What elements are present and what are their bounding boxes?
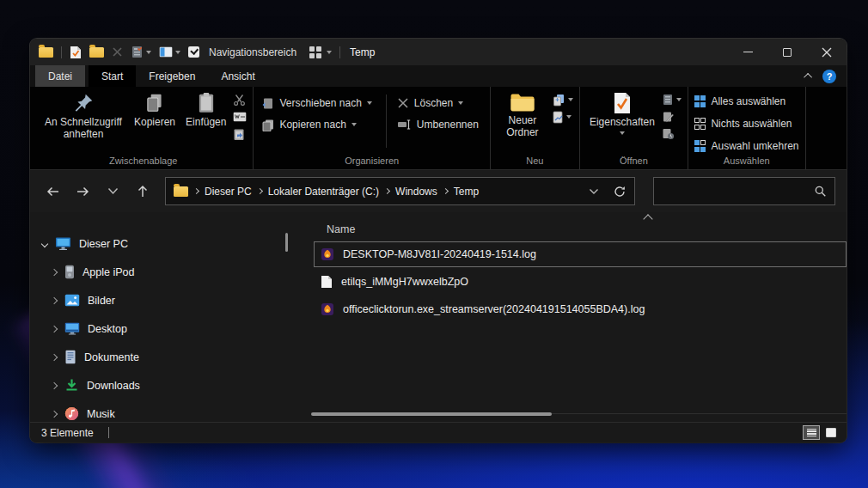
sidebar-item-label: Dieser PC: [79, 238, 128, 250]
chevron-down-icon: [146, 51, 151, 54]
log-file-icon: [321, 247, 334, 261]
documents-icon: [64, 350, 76, 364]
tab-freigeben[interactable]: Freigeben: [136, 65, 208, 87]
delete-icon: [397, 97, 409, 109]
chevron-right-icon[interactable]: [51, 268, 58, 275]
copy-path-button[interactable]: [233, 110, 247, 124]
search-box[interactable]: [653, 177, 835, 205]
sidebar-item-desktop[interactable]: Desktop: [30, 314, 288, 343]
close-button[interactable]: [807, 39, 847, 65]
preview-pane-qat-icon[interactable]: [159, 46, 180, 59]
downloads-icon: [64, 378, 79, 393]
history-icon: [662, 128, 675, 140]
properties-button[interactable]: Eigenschaften: [586, 91, 658, 136]
rename-button[interactable]: Umbenennen: [397, 116, 479, 133]
select-all-button[interactable]: Alles auswählen: [694, 93, 785, 110]
log-file-icon: [321, 302, 334, 316]
sidebar-item-musik[interactable]: Musik: [30, 400, 288, 428]
new-item-button[interactable]: [552, 93, 573, 107]
chevron-right-icon[interactable]: [51, 325, 58, 332]
folder-icon[interactable]: [39, 47, 53, 58]
address-dropdown-icon[interactable]: [589, 188, 599, 195]
easy-access-button[interactable]: [552, 110, 573, 124]
file-name: officeclicktorun.exe_streamserver(202404…: [343, 303, 645, 315]
refresh-icon[interactable]: [613, 185, 627, 198]
paste-shortcut-button[interactable]: [233, 127, 247, 141]
thumbnail-view-button[interactable]: [822, 425, 840, 440]
layout-grid-qat-icon[interactable]: [309, 46, 332, 59]
file-row[interactable]: etilqs_iMMgH7wwxelbZpO: [314, 269, 847, 295]
move-to-button[interactable]: Verschieben nach: [261, 95, 371, 112]
breadcrumb-windows[interactable]: Windows: [395, 186, 437, 198]
invert-selection-button[interactable]: Auswahl umkehren: [694, 137, 799, 155]
details-view-button[interactable]: [803, 425, 820, 440]
cut-button[interactable]: [233, 93, 247, 107]
file-row[interactable]: officeclicktorun.exe_streamserver(202404…: [314, 296, 847, 322]
copy-to-button[interactable]: Kopieren nach: [261, 116, 371, 133]
new-folder-qat-icon[interactable]: [89, 47, 104, 58]
chevron-right-icon[interactable]: [51, 381, 58, 388]
chevron-down-icon: [566, 115, 572, 119]
address-bar[interactable]: Dieser PC Lokaler Datenträger (C:) Windo…: [165, 177, 635, 205]
tab-datei[interactable]: Datei: [35, 65, 85, 87]
quick-access-toolbar: Navigationsbereich Temp: [39, 46, 375, 59]
select-none-label: Nichts auswählen: [711, 118, 792, 130]
tab-start[interactable]: Start: [89, 65, 136, 87]
breadcrumb-temp[interactable]: Temp: [454, 186, 479, 198]
recent-locations-button[interactable]: [101, 180, 124, 203]
view-options-qat-icon[interactable]: [131, 46, 151, 59]
breadcrumb-dieser-pc[interactable]: Dieser PC: [205, 186, 252, 198]
location-folder-icon: [174, 186, 188, 197]
properties-qat-icon[interactable]: [70, 46, 82, 59]
column-header-label: Name: [327, 223, 355, 235]
chevron-right-icon[interactable]: [51, 296, 58, 303]
breadcrumb-drive-c[interactable]: Lokaler Datenträger (C:): [268, 186, 379, 198]
forward-button[interactable]: [71, 180, 94, 203]
chevron-right-icon[interactable]: [51, 410, 58, 417]
chevron-down-icon: [175, 51, 180, 54]
delete-qat-icon[interactable]: [112, 46, 123, 58]
navigation-pane-label: Navigationsbereich: [209, 46, 296, 58]
file-row[interactable]: DESKTOP-M8JV81I-20240419-1514.log: [314, 241, 847, 267]
navigation-pane-checkbox[interactable]: [188, 46, 199, 58]
sidebar-item-bilder[interactable]: Bilder: [30, 286, 288, 314]
open-button[interactable]: [662, 93, 682, 107]
delete-button[interactable]: Löschen: [397, 95, 479, 112]
rename-icon: [397, 119, 412, 130]
collapse-ribbon-icon[interactable]: [804, 73, 812, 82]
arrow-right-icon: [76, 185, 90, 198]
sidebar-item-downloads[interactable]: Downloads: [30, 371, 288, 400]
sidebar-item-apple-ipod[interactable]: Apple iPod: [30, 258, 288, 286]
new-folder-button[interactable]: Neuer Ordner: [497, 91, 548, 140]
maximize-button[interactable]: [767, 39, 807, 65]
select-all-icon: [694, 95, 706, 107]
edit-button[interactable]: [662, 110, 682, 124]
pin-to-quick-access-button[interactable]: An Schnellzugriff anheften: [40, 91, 127, 142]
help-icon[interactable]: ?: [822, 70, 836, 83]
select-none-button[interactable]: Nichts auswählen: [694, 115, 792, 132]
paste-button[interactable]: Einfügen: [182, 91, 229, 130]
properties-label: Eigenschaften: [590, 117, 655, 129]
title-bar[interactable]: Navigationsbereich Temp: [30, 39, 847, 65]
copy-button[interactable]: Kopieren: [131, 91, 179, 130]
back-button[interactable]: [41, 180, 64, 203]
chevron-down-icon[interactable]: [41, 240, 48, 247]
sidebar-item-dieser-pc[interactable]: Dieser PC: [30, 229, 288, 258]
sidebar-item-dokumente[interactable]: Dokumente: [30, 343, 288, 371]
chevron-right-icon[interactable]: [51, 353, 58, 360]
copy-icon: [144, 92, 166, 114]
rename-label: Umbenennen: [417, 119, 479, 131]
file-name: DESKTOP-M8JV81I-20240419-1514.log: [343, 248, 536, 260]
select-none-icon: [694, 118, 706, 130]
horizontal-scrollbar-thumb[interactable]: [311, 412, 552, 416]
computer-icon: [55, 236, 71, 251]
group-label-clipboard: Zwischenablage: [34, 155, 253, 169]
column-header-name[interactable]: Name: [288, 217, 847, 241]
search-input[interactable]: [662, 186, 814, 198]
up-button[interactable]: [131, 180, 154, 203]
history-button[interactable]: [662, 127, 682, 141]
minimize-button[interactable]: [728, 39, 767, 65]
tab-ansicht[interactable]: Ansicht: [208, 65, 267, 87]
grid-icon: [309, 46, 321, 58]
file-list: Name DESKTOP-M8JV81I-20240419-1514.log e…: [288, 212, 847, 422]
